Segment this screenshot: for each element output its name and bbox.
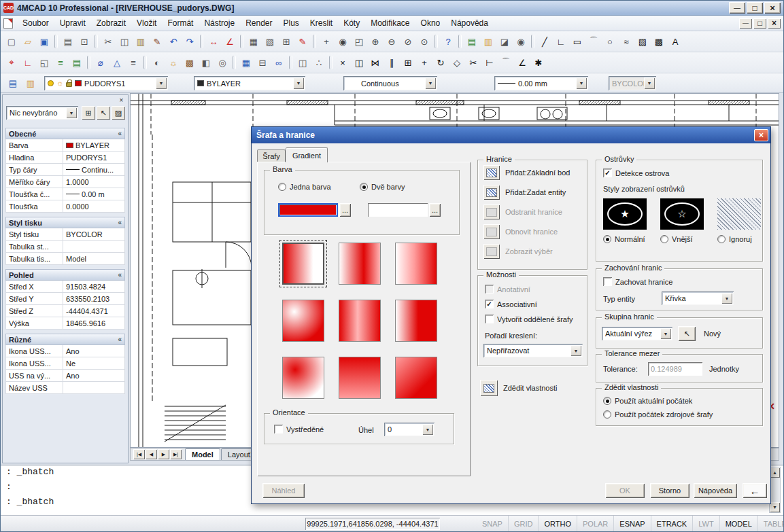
insert-block-icon[interactable]: ▧ (262, 34, 277, 49)
explode-icon[interactable]: ✱ (531, 55, 546, 70)
pick-add-toggle-button[interactable] (97, 106, 110, 120)
chevron-down-icon[interactable] (425, 77, 436, 89)
print-icon[interactable]: ▤ (61, 34, 75, 49)
ucs-world-icon[interactable]: ∟ (20, 55, 35, 70)
materials-icon[interactable]: ▩ (182, 55, 197, 70)
circle-icon[interactable]: ○ (602, 34, 617, 49)
mdi-restore-button[interactable] (753, 18, 766, 29)
help-button[interactable]: Nápověda (694, 483, 737, 498)
toolbars-icon[interactable]: ▥ (481, 34, 496, 49)
ortho-toggle[interactable]: ORTHO (539, 516, 577, 532)
tab-model[interactable]: Model (185, 448, 220, 460)
radio-current-origin[interactable]: Použít aktuální počátek (603, 397, 692, 405)
property-value[interactable]: PUDORYS1 (63, 154, 124, 162)
gradient-inverted-spherical-tile[interactable] (282, 357, 324, 399)
radio-island-normal[interactable]: Normální (603, 235, 645, 243)
shade-icon[interactable]: ◧ (199, 55, 214, 70)
add-pick-point-button[interactable]: Přidat:Základní bod (483, 165, 581, 180)
image-icon[interactable]: ▦ (239, 55, 254, 70)
ucs-icon[interactable]: ⌖ (4, 55, 19, 70)
menu-render[interactable]: Render (240, 17, 277, 29)
dim-linear-icon[interactable]: ↔ (206, 34, 221, 49)
property-value[interactable]: 0.00 m (63, 190, 124, 198)
scale-icon[interactable]: ◇ (449, 55, 464, 70)
close-button[interactable] (764, 2, 781, 14)
chevron-down-icon[interactable] (422, 424, 433, 435)
rebuild-boundary-button[interactable]: Obnovit hranice (483, 224, 581, 239)
sketch-icon[interactable]: ✎ (295, 34, 310, 49)
hyperlink-icon[interactable]: ∞ (271, 55, 286, 70)
trim-icon[interactable]: ✂ (466, 55, 481, 70)
snap-toggle[interactable]: SNAP (477, 516, 509, 532)
help-icon[interactable]: ? (441, 34, 456, 49)
island-ignore-preview[interactable] (717, 198, 761, 230)
mdi-minimize-button[interactable] (739, 18, 752, 29)
annotative-checkbox[interactable]: Anotativní (485, 285, 530, 294)
ok-button[interactable]: OK (605, 483, 645, 498)
cancel-button[interactable]: Storno (650, 483, 689, 498)
layer-combo[interactable]: ☼ PUDORYS1 (44, 76, 168, 90)
island-detection-checkbox[interactable]: Detekce ostrova (603, 169, 669, 177)
erase-icon[interactable]: × (335, 55, 350, 70)
menu-okno[interactable]: Okno (415, 17, 446, 29)
menu-vlozit[interactable]: Vložit (131, 17, 162, 29)
menu-modifikace[interactable]: Modifikace (365, 17, 415, 29)
chevron-down-icon[interactable] (66, 107, 77, 118)
separate-hatches-checkbox[interactable]: Vytvořit oddělené šrafy (485, 315, 573, 323)
point-style-icon[interactable]: ∴ (311, 55, 326, 70)
island-outer-preview[interactable]: ☆ (660, 198, 704, 230)
camera-icon[interactable]: ◉ (513, 34, 528, 49)
undo-icon[interactable]: ↶ (166, 34, 181, 49)
gradient-hemispherical-tile[interactable] (339, 300, 381, 342)
centered-checkbox[interactable]: Vystředěné (274, 425, 324, 433)
chevron-down-icon[interactable] (570, 345, 581, 356)
zoom-realtime-icon[interactable]: ◉ (335, 34, 350, 49)
dim-angular-icon[interactable]: ∠ (222, 34, 237, 49)
island-normal-preview[interactable]: ★ (603, 198, 647, 230)
angle-combo[interactable]: 0 (384, 423, 434, 436)
gradient-icon[interactable]: ▩ (651, 34, 666, 49)
menu-format[interactable]: Formát (162, 17, 199, 29)
show-selection-button[interactable]: Zobrazit výběr (483, 244, 581, 259)
xref-icon[interactable]: ⊟ (255, 55, 270, 70)
grid-toggle[interactable]: GRID (509, 516, 539, 532)
mdi-close-button[interactable] (768, 18, 781, 29)
entity-type-combo[interactable]: Křivka (662, 291, 734, 305)
color2-browse-button[interactable]: ... (429, 203, 441, 217)
radio-two-colors[interactable]: Dvě barvy (360, 183, 405, 191)
chevron-down-icon[interactable] (721, 293, 732, 304)
extend-icon[interactable]: ⊢ (482, 55, 497, 70)
save-icon[interactable]: ▣ (37, 34, 52, 49)
tablet-toggle[interactable]: TABLET (758, 516, 784, 532)
chevron-down-icon[interactable] (156, 77, 167, 89)
color1-swatch[interactable] (278, 203, 338, 217)
menu-napoveda[interactable]: Nápověda (445, 17, 494, 29)
esnap-toggle[interactable]: ESNAP (614, 516, 651, 532)
collapse-chevron-icon[interactable] (118, 219, 122, 226)
property-value[interactable]: 0.0000 (63, 202, 124, 211)
match-properties-icon[interactable]: ✎ (150, 34, 165, 49)
pan-icon[interactable]: + (319, 34, 334, 49)
menu-soubor[interactable]: Soubor (17, 17, 54, 29)
new-boundary-set-button[interactable]: ↖ (678, 326, 696, 341)
redo-icon[interactable]: ↷ (182, 34, 197, 49)
last-tab-button[interactable] (170, 449, 182, 459)
group-icon[interactable]: ◫ (295, 55, 310, 70)
collapse-chevron-icon[interactable] (118, 271, 122, 279)
property-value[interactable]: 91503.4824 (63, 283, 124, 291)
tolerance-input[interactable] (648, 362, 702, 376)
color2-swatch[interactable] (368, 203, 428, 217)
gradient-linear-tile[interactable] (282, 243, 324, 285)
new-icon[interactable]: ▢ (4, 34, 19, 49)
zoom-previous-icon[interactable]: ⊙ (417, 34, 432, 49)
area-icon[interactable]: △ (109, 55, 124, 70)
hatch-icon[interactable]: ▨ (635, 34, 650, 49)
quick-select-button[interactable] (112, 106, 125, 120)
next-tab-button[interactable] (158, 449, 169, 459)
section-header[interactable]: Pohled (5, 269, 125, 281)
paste-icon[interactable]: ▥ (133, 34, 148, 49)
property-value[interactable]: Ne (63, 359, 124, 368)
list-icon[interactable]: ≡ (126, 55, 141, 70)
property-value[interactable]: -44404.4371 (63, 307, 124, 315)
property-value[interactable]: Ano (63, 372, 124, 380)
